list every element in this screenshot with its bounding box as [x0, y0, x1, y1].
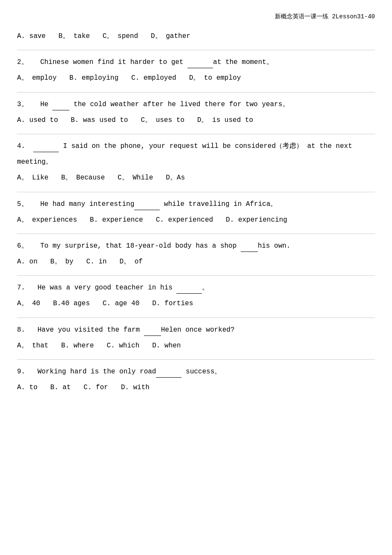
blank [241, 240, 258, 252]
question-1-options: A. save B。 take C。 spend D。 gather [17, 31, 375, 42]
option-a: A. to [17, 382, 37, 393]
option-a: A. save [17, 31, 46, 42]
option-d: D. forties [152, 298, 193, 309]
option-d: D。 is used to [197, 115, 253, 126]
question-8-text: 8. Have you visited the farm Helen once … [17, 324, 375, 336]
option-c: C. which [107, 340, 139, 352]
blank [156, 366, 182, 378]
blank [176, 282, 202, 294]
question-number: 4. [17, 142, 25, 150]
option-a: A。 that [17, 340, 49, 352]
question-4-text-cont: meeting。 [17, 156, 375, 168]
option-c: C。 While [118, 172, 153, 184]
option-d: D。 of [119, 256, 142, 268]
option-a: A。 employ [17, 72, 57, 84]
options-row: A。 Like B。 Because C。 While D。As [17, 172, 375, 184]
option-c: C。 spend [103, 31, 138, 42]
question-7-text: 7. He was a very good teacher in his 。 [17, 282, 375, 294]
option-a: A. used to [17, 115, 58, 126]
options-row: A。 40 B.40 ages C. age 40 D. forties [17, 298, 375, 309]
options-row: A。 experiences B. experience C. experien… [17, 214, 375, 226]
option-c: C. experienced [156, 214, 213, 226]
question-5: 5。 He had many interesting while travell… [17, 198, 375, 226]
divider [17, 192, 375, 192]
option-d: D。As [166, 172, 185, 184]
option-b: B. where [61, 340, 94, 352]
option-a: A。 Like [17, 172, 49, 184]
options-row: A. on B。 by C. in D。 of [17, 256, 375, 268]
blank [33, 140, 59, 152]
options-row: A. used to B. was used to C。 uses to D。 … [17, 115, 375, 126]
option-b: B.40 ages [53, 298, 89, 309]
option-b: B. employing [69, 72, 118, 84]
question-3-text: 3。 He the cold weather after he lived th… [17, 98, 375, 110]
option-b: B. at [50, 382, 71, 393]
divider [17, 92, 375, 92]
question-number: 9. [17, 368, 25, 376]
divider [17, 50, 375, 50]
option-c: C. age 40 [103, 298, 139, 309]
option-a: A. on [17, 256, 37, 268]
option-d: D. with [121, 382, 150, 393]
question-number: 6。 [17, 242, 28, 250]
option-c: C. for [84, 382, 108, 393]
question-7: 7. He was a very good teacher in his 。 A… [17, 282, 375, 309]
divider [17, 359, 375, 360]
option-b: B。 take [58, 31, 90, 42]
question-3: 3。 He the cold weather after he lived th… [17, 98, 375, 126]
option-b: B. was used to [71, 115, 128, 126]
blank [187, 56, 213, 68]
options-row: A. to B. at C. for D. with [17, 382, 375, 393]
option-c: C。 uses to [141, 115, 184, 126]
option-a: A。 experiences [17, 214, 77, 226]
page-title: 新概念英语一课一练 2Lesson31-40 [17, 13, 375, 20]
question-4: 4. I said on the phone, your request wil… [17, 140, 375, 184]
option-c: C. employed [131, 72, 176, 84]
option-d: D. experiencing [226, 214, 287, 226]
question-8: 8. Have you visited the farm Helen once … [17, 324, 375, 352]
question-number: 8. [17, 326, 25, 334]
option-b: B。 by [50, 256, 73, 268]
option-d: D。 gather [151, 31, 190, 42]
question-9-text: 9. Working hard is the only road success… [17, 366, 375, 378]
divider [17, 134, 375, 134]
question-number: 2。 [17, 58, 28, 66]
options-row: A。 that B. where C. which D. when [17, 340, 375, 352]
option-d: D. when [152, 340, 181, 352]
question-2: 2。 Chinese women find it harder to get a… [17, 56, 375, 84]
option-c: C. in [86, 256, 107, 268]
option-d: D。 to employ [189, 72, 241, 84]
question-number: 7. [17, 284, 25, 292]
divider [17, 234, 375, 234]
divider [17, 275, 375, 276]
question-number: 3。 [17, 101, 28, 108]
question-6-text: 6。 To my surprise, that 18-year-old body… [17, 240, 375, 252]
divider [17, 318, 375, 318]
option-a: A。 40 [17, 298, 40, 309]
question-9: 9. Working hard is the only road success… [17, 366, 375, 393]
blank [52, 98, 69, 110]
option-b: B。 Because [61, 172, 105, 184]
question-4-text: 4. I said on the phone, your request wil… [17, 140, 375, 152]
blank [144, 324, 161, 336]
question-number: 5。 [17, 200, 28, 208]
question-2-text: 2。 Chinese women find it harder to get a… [17, 56, 375, 68]
question-6: 6。 To my surprise, that 18-year-old body… [17, 240, 375, 268]
question-5-text: 5。 He had many interesting while travell… [17, 198, 375, 210]
options-row: A. save B。 take C。 spend D。 gather [17, 31, 375, 42]
options-row: A。 employ B. employing C. employed D。 to… [17, 72, 375, 84]
blank [134, 198, 160, 210]
option-b: B. experience [90, 214, 143, 226]
